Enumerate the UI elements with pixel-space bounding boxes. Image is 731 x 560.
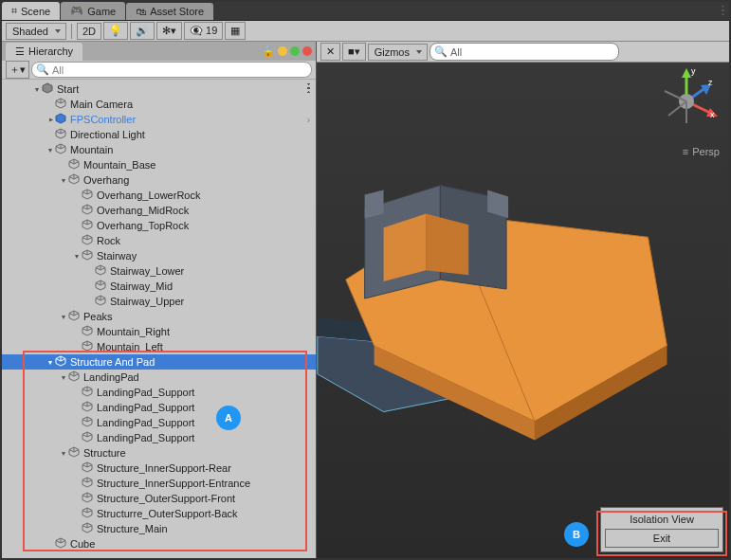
- tree-row[interactable]: Mountain_Left: [2, 339, 316, 354]
- hidden-objects-toggle[interactable]: 👁‍🗨 19: [184, 22, 223, 40]
- hierarchy-tree[interactable]: StartMain CameraFPSController›Directiona…: [2, 80, 316, 558]
- light-toggle[interactable]: 💡: [103, 22, 128, 40]
- gizmos-label: Gizmos: [375, 46, 410, 58]
- fold-toggle-icon[interactable]: [59, 374, 68, 381]
- tree-row[interactable]: Stairway_Mid: [2, 279, 316, 294]
- cube-icon: [68, 310, 82, 323]
- tree-row[interactable]: Peaks: [2, 309, 316, 324]
- toggle-2d[interactable]: 2D: [77, 23, 101, 40]
- tree-row[interactable]: Structure And Pad: [2, 354, 316, 370]
- scene-viewport[interactable]: ✕ ■▾ Gizmos 🔍 All: [317, 42, 729, 558]
- persp-icon: ≡: [683, 146, 688, 157]
- tree-row[interactable]: Overhang_MidRock: [2, 203, 316, 218]
- cube-icon: [82, 219, 95, 232]
- tree-row[interactable]: Start: [2, 81, 316, 97]
- tree-row[interactable]: Mountain_Base: [2, 157, 316, 172]
- tree-row[interactable]: LandingPad_Support: [2, 385, 316, 400]
- cube-icon: [82, 340, 95, 353]
- traffic-yellow[interactable]: [278, 46, 287, 56]
- tabs-more-icon[interactable]: [722, 5, 724, 18]
- fold-toggle-icon[interactable]: [59, 177, 68, 184]
- tab-game[interactable]: 🎮 Game: [61, 2, 125, 20]
- tree-row[interactable]: Stairway: [2, 248, 316, 263]
- tree-item-label: Structure: [83, 447, 126, 459]
- hierarchy-tab[interactable]: ☰ Hierarchy: [6, 43, 82, 61]
- orientation-gizmo[interactable]: y x z: [653, 68, 720, 135]
- tab-asset-store[interactable]: 🛍 Asset Store: [126, 3, 213, 20]
- scene-icon: [42, 82, 55, 96]
- tree-row[interactable]: Structure: [2, 445, 316, 461]
- tree-row[interactable]: Structure_InnerSupport-Rear: [2, 461, 316, 476]
- gizmos-dropdown[interactable]: Gizmos: [368, 44, 428, 61]
- tree-row[interactable]: Rock: [2, 233, 316, 248]
- fx-dropdown[interactable]: ✻▾: [156, 22, 182, 40]
- search-icon: 🔍: [434, 45, 448, 58]
- fold-toggle-icon[interactable]: [32, 86, 42, 93]
- tree-row[interactable]: FPSController›: [2, 112, 316, 127]
- hierarchy-search-placeholder: All: [52, 64, 64, 76]
- lock-icon[interactable]: 🔒: [262, 45, 275, 58]
- fold-toggle-icon[interactable]: [59, 314, 68, 320]
- fold-toggle-icon[interactable]: [59, 450, 68, 457]
- tree-row[interactable]: LandingPad_Support: [2, 430, 316, 445]
- fold-toggle-icon[interactable]: [46, 147, 55, 154]
- hierarchy-title: Hierarchy: [28, 45, 73, 57]
- tree-row[interactable]: Main Camera: [2, 97, 316, 112]
- audio-toggle[interactable]: 🔊: [130, 22, 155, 40]
- tree-row[interactable]: Stairway_Lower: [2, 263, 316, 279]
- cube-icon: [68, 173, 82, 187]
- grid-toggle[interactable]: ▦: [225, 22, 246, 40]
- tree-row[interactable]: Cube: [2, 536, 316, 551]
- hierarchy-toolbar: ＋▾ 🔍 All: [2, 61, 316, 80]
- cube-icon: [82, 416, 95, 429]
- tree-row[interactable]: LandingPad_Support: [2, 415, 316, 430]
- asset-store-icon: 🛍: [136, 6, 146, 17]
- context-menu-icon[interactable]: [307, 82, 310, 96]
- tree-item-label: Cube: [70, 538, 95, 550]
- tree-row[interactable]: Structure_InnerSupport-Entrance: [2, 476, 316, 491]
- scene-search[interactable]: 🔍 All: [429, 43, 619, 61]
- tree-item-label: Rock: [97, 235, 120, 246]
- hierarchy-search[interactable]: 🔍 All: [31, 62, 312, 78]
- fold-toggle-icon[interactable]: [47, 115, 54, 124]
- game-tab-icon: 🎮: [70, 5, 83, 17]
- tools-button[interactable]: ✕: [320, 43, 340, 61]
- tree-row[interactable]: Mountain: [2, 142, 316, 157]
- cube-icon: [82, 325, 95, 338]
- tree-row[interactable]: LandingPad: [2, 370, 316, 385]
- tree-row[interactable]: Structurre_OuterSupport-Back: [2, 506, 316, 521]
- shading-mode-dropdown[interactable]: Shaded: [6, 23, 66, 40]
- tree-row[interactable]: Stairway_Upper: [2, 294, 316, 309]
- camera-button[interactable]: ■▾: [342, 43, 366, 61]
- open-prefab-icon[interactable]: ›: [307, 115, 310, 125]
- fold-toggle-icon[interactable]: [46, 359, 55, 366]
- tree-row[interactable]: Directional Light: [2, 127, 316, 142]
- cube-icon: [68, 370, 82, 384]
- tree-item-label: Structurre_OuterSupport-Back: [97, 508, 238, 519]
- cube-icon: [95, 264, 108, 278]
- tree-item-label: LandingPad_Support: [97, 432, 194, 443]
- tree-row[interactable]: Overhang_LowerRock: [2, 188, 316, 203]
- isolation-exit-button[interactable]: Exit: [605, 529, 719, 548]
- tree-row[interactable]: LandingPad_Support: [2, 400, 316, 415]
- tree-item-label: Mountain_Left: [97, 341, 163, 352]
- tree-row[interactable]: Mountain_Right: [2, 324, 316, 339]
- cube-icon: [55, 143, 68, 156]
- create-button[interactable]: ＋▾: [6, 61, 29, 79]
- svg-marker-13: [682, 68, 691, 78]
- projection-label[interactable]: ≡ Persp: [683, 146, 720, 157]
- cube-icon: [68, 158, 82, 172]
- tree-row[interactable]: Structure_Main: [2, 521, 316, 536]
- tree-row[interactable]: Structure_OuterSupport-Front: [2, 491, 316, 506]
- tree-item-label: LandingPad_Support: [97, 417, 194, 428]
- tree-item-label: Directional Light: [70, 129, 145, 140]
- scene-geometry: [317, 63, 729, 558]
- tree-row[interactable]: Overhang_TopRock: [2, 218, 316, 233]
- tree-row[interactable]: Overhang: [2, 172, 316, 188]
- scene-3d-content[interactable]: [317, 63, 729, 558]
- cube-icon: [82, 507, 95, 520]
- traffic-green[interactable]: [290, 46, 300, 56]
- traffic-red[interactable]: [302, 46, 312, 56]
- fold-toggle-icon[interactable]: [72, 253, 82, 260]
- tab-scene[interactable]: ⌗ Scene: [2, 2, 60, 20]
